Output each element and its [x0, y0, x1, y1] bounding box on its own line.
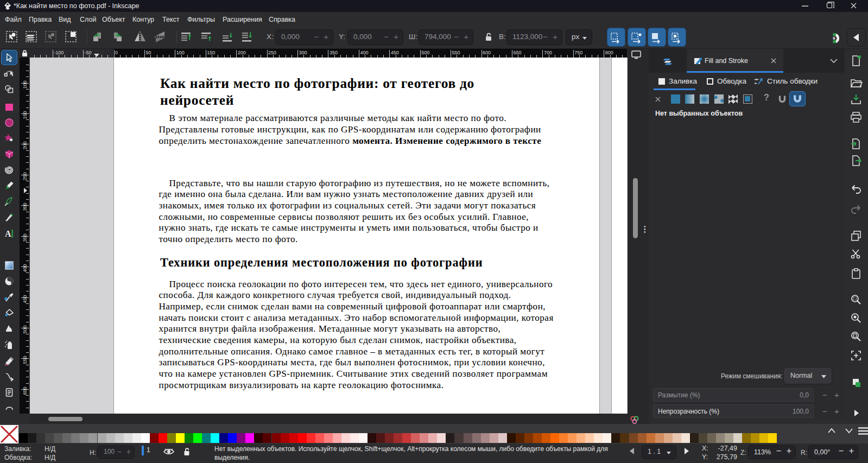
svg-text:A: A — [5, 229, 11, 238]
svg-text:s: s — [833, 35, 835, 41]
